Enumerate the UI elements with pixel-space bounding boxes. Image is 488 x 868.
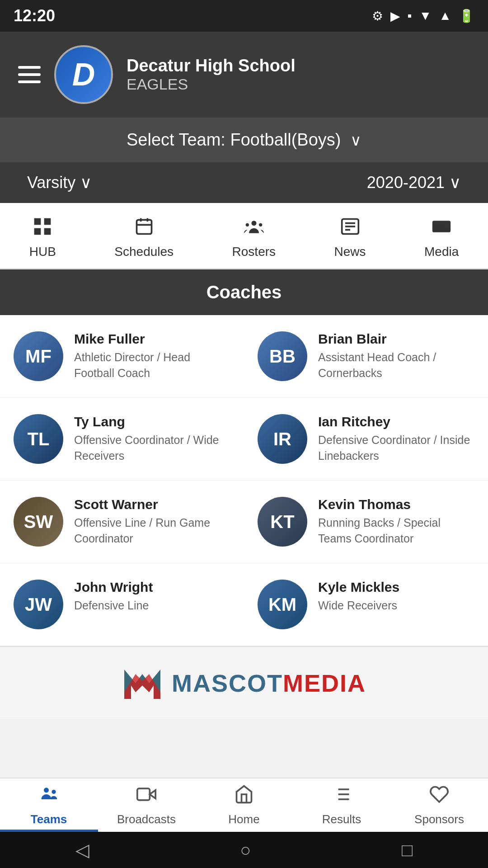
schedules-icon bbox=[134, 217, 154, 241]
tab-news-label: News bbox=[334, 245, 366, 259]
coach-info-scott-warner: Scott Warner Offensive Line / Run Game C… bbox=[74, 497, 230, 547]
news-icon bbox=[340, 217, 360, 241]
coaches-title: Coaches bbox=[206, 282, 282, 302]
home-icon bbox=[234, 784, 254, 809]
android-nav-bar: ◁ ○ □ bbox=[0, 832, 488, 868]
battery-icon: 🔋 bbox=[459, 9, 474, 24]
hamburger-menu[interactable] bbox=[18, 66, 41, 83]
coach-info-mike-fuller: Mike Fuller Athletic Director / Head Foo… bbox=[74, 331, 230, 381]
status-time: 12:20 bbox=[14, 6, 55, 25]
svg-rect-0 bbox=[34, 218, 41, 225]
coach-name-ian-ritchey: Ian Ritchey bbox=[318, 414, 474, 429]
bottom-nav-teams[interactable]: Teams bbox=[15, 784, 83, 826]
coach-item-ty-lang[interactable]: TL Ty Lang Offensive Coordinator / Wide … bbox=[0, 398, 244, 481]
svg-rect-3 bbox=[44, 228, 51, 235]
school-mascot: EAGLES bbox=[127, 75, 296, 93]
coach-avatar-john-wright: JW bbox=[14, 580, 63, 629]
school-name: Decatur High School bbox=[127, 56, 296, 75]
coaches-list: MF Mike Fuller Athletic Director / Head … bbox=[0, 315, 488, 646]
status-bar: 12:20 ⚙ ▶ ▪ ▼ ▲ 🔋 bbox=[0, 0, 488, 32]
svg-rect-19 bbox=[439, 229, 442, 231]
coach-role-kyle-mickles: Wide Receivers bbox=[318, 598, 474, 613]
coach-name-mike-fuller: Mike Fuller bbox=[74, 331, 230, 347]
avatar-placeholder: JW bbox=[14, 580, 63, 629]
bottom-nav-sponsors-label: Sponsors bbox=[414, 812, 464, 826]
hamburger-line-1 bbox=[18, 66, 41, 69]
avatar-placeholder: MF bbox=[14, 331, 63, 381]
avatar-placeholder: IR bbox=[258, 414, 307, 464]
hamburger-line-3 bbox=[18, 80, 41, 83]
coach-info-ty-lang: Ty Lang Offensive Coordinator / Wide Rec… bbox=[74, 414, 230, 464]
tab-media[interactable]: Media bbox=[415, 212, 468, 264]
avatar-placeholder: TL bbox=[14, 414, 63, 464]
coach-avatar-scott-warner: SW bbox=[14, 497, 63, 547]
avatar-placeholder: KT bbox=[258, 497, 307, 547]
team-selector-text: Select Team: Football(Boys) ∨ bbox=[127, 130, 361, 149]
svg-rect-2 bbox=[34, 228, 41, 235]
coach-item-john-wright[interactable]: JW John Wright Defensive Line bbox=[0, 563, 244, 646]
svg-rect-16 bbox=[435, 223, 440, 227]
coach-avatar-mike-fuller: MF bbox=[14, 331, 63, 381]
svg-rect-21 bbox=[447, 229, 449, 231]
bottom-nav-home[interactable]: Home bbox=[210, 784, 278, 826]
coach-avatar-kevin-thomas: KT bbox=[258, 497, 307, 547]
android-home-button[interactable]: ○ bbox=[240, 840, 251, 860]
tab-hub[interactable]: HUB bbox=[20, 212, 65, 264]
svg-rect-1 bbox=[44, 218, 51, 225]
avatar-placeholder: KM bbox=[258, 580, 307, 629]
coach-role-john-wright: Defensive Line bbox=[74, 598, 230, 613]
svg-point-10 bbox=[259, 223, 262, 226]
selected-team: Football(Boys) bbox=[230, 130, 341, 149]
bottom-nav-teams-label: Teams bbox=[31, 812, 67, 826]
app-header: D Decatur High School EAGLES bbox=[0, 32, 488, 118]
year-selector[interactable]: 2020-2021 ∨ bbox=[367, 173, 461, 192]
tab-schedules[interactable]: Schedules bbox=[105, 212, 183, 264]
nav-tabs: HUB Schedules Rosters News Media bbox=[0, 203, 488, 269]
bottom-nav-sponsors[interactable]: Sponsors bbox=[405, 784, 473, 826]
sub-selectors: Varsity ∨ 2020-2021 ∨ bbox=[0, 162, 488, 203]
coach-role-ty-lang: Offensive Coordinator / Wide Receivers bbox=[74, 432, 230, 464]
coach-role-brian-blair: Assistant Head Coach / Cornerbacks bbox=[318, 349, 474, 381]
play-icon: ▶ bbox=[390, 9, 400, 24]
coach-info-kevin-thomas: Kevin Thomas Running Backs / Special Tea… bbox=[318, 497, 474, 547]
coaches-section-header: Coaches bbox=[0, 269, 488, 315]
results-icon bbox=[332, 784, 352, 809]
android-recent-button[interactable]: □ bbox=[402, 840, 413, 860]
svg-rect-18 bbox=[435, 229, 437, 231]
android-back-button[interactable]: ◁ bbox=[75, 840, 89, 860]
bottom-nav-results[interactable]: Results bbox=[308, 784, 375, 826]
tab-schedules-label: Schedules bbox=[114, 245, 174, 259]
coach-item-ian-ritchey[interactable]: IR Ian Ritchey Defensive Coordinator / I… bbox=[244, 398, 488, 481]
teams-icon bbox=[39, 784, 59, 809]
hamburger-line-2 bbox=[18, 73, 41, 76]
coach-item-scott-warner[interactable]: SW Scott Warner Offensive Line / Run Gam… bbox=[0, 481, 244, 563]
coach-role-scott-warner: Offensive Line / Run Game Coordinator bbox=[74, 515, 230, 547]
bottom-nav-broadcasts[interactable]: Broadcasts bbox=[113, 784, 180, 826]
media-icon bbox=[432, 217, 451, 241]
tab-rosters[interactable]: Rosters bbox=[223, 212, 285, 264]
coach-item-brian-blair[interactable]: BB Brian Blair Assistant Head Coach / Co… bbox=[244, 315, 488, 398]
level-value: Varsity bbox=[27, 173, 75, 192]
bottom-nav-broadcasts-label: Broadcasts bbox=[117, 812, 176, 826]
svg-rect-20 bbox=[443, 229, 446, 231]
level-selector[interactable]: Varsity ∨ bbox=[27, 173, 92, 192]
hub-icon bbox=[33, 217, 52, 241]
settings-icon: ⚙ bbox=[372, 9, 383, 24]
tab-rosters-label: Rosters bbox=[232, 245, 276, 259]
coach-item-mike-fuller[interactable]: MF Mike Fuller Athletic Director / Head … bbox=[0, 315, 244, 398]
broadcasts-icon bbox=[136, 784, 156, 809]
coach-name-ty-lang: Ty Lang bbox=[74, 414, 230, 429]
year-value: 2020-2021 bbox=[367, 173, 445, 192]
avatar-placeholder: BB bbox=[258, 331, 307, 381]
tab-news[interactable]: News bbox=[325, 212, 375, 264]
coach-avatar-ty-lang: TL bbox=[14, 414, 63, 464]
svg-point-25 bbox=[52, 789, 56, 793]
bottom-nav-results-label: Results bbox=[322, 812, 361, 826]
coach-name-kevin-thomas: Kevin Thomas bbox=[318, 497, 474, 512]
coach-item-kevin-thomas[interactable]: KT Kevin Thomas Running Backs / Special … bbox=[244, 481, 488, 563]
coach-item-kyle-mickles[interactable]: KM Kyle Mickles Wide Receivers bbox=[244, 563, 488, 646]
team-selector[interactable]: Select Team: Football(Boys) ∨ bbox=[0, 118, 488, 162]
sim-icon: ▪ bbox=[408, 9, 412, 23]
select-team-label: Select Team: bbox=[127, 130, 225, 149]
rosters-icon bbox=[244, 217, 264, 241]
